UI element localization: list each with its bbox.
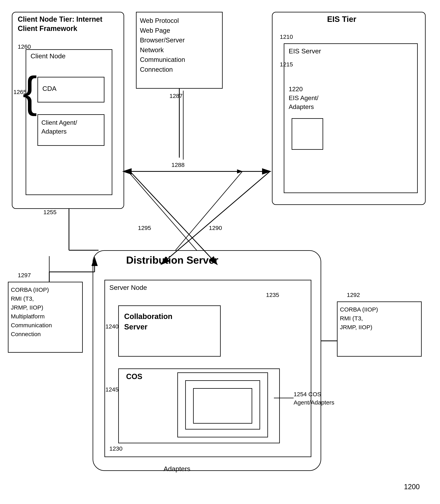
collaboration-server-label: CollaborationServer [124,311,172,332]
diagram-container: Client Node Tier: Internet Client Framew… [0,0,440,504]
eis-tier-label: EIS Tier [327,15,356,24]
ref-1210: 1210 [280,33,293,40]
web-protocol-label: Web ProtocolWeb PageBrowser/ServerNetwor… [140,16,185,74]
cda-label: CDA [42,85,56,92]
ref-1260: 1260 [18,43,31,50]
svg-line-5 [128,171,207,262]
brace-symbol: { [23,77,37,107]
corba-right-label: CORBA (IIOP)RMI (T3,JRMP, IIOP) [340,305,378,332]
ref-1230: 1230 [109,445,123,452]
cos-inner-box3 [193,388,252,424]
cos-agent-label: 1254 COSAgent/Adapters [294,390,334,407]
ref-1295: 1295 [138,225,151,231]
eis-agent-label: 1220EIS Agent/Adapters [289,85,318,111]
distribution-server-label: Distribution Server [126,254,218,266]
corba-left-label: CORBA (IIOP)RMI (T3,JRMP, IIOP)Multiplat… [11,285,52,339]
ref-1292: 1292 [347,292,360,298]
ref-1200: 1200 [404,483,420,491]
ref-1288: 1288 [171,162,185,168]
client-node-label: Client Node [30,52,66,60]
ref-1215: 1215 [280,61,293,68]
eis-server-label: EIS Server [289,47,321,55]
ref-1297: 1297 [18,272,31,279]
ref-1240: 1240 [105,323,119,330]
client-agent-label: Client Agent/Adapters [41,118,77,136]
ref-1245: 1245 [105,386,119,393]
client-tier-label: Client Node Tier: Internet Client Framew… [18,15,118,33]
cos-label: COS [126,372,142,381]
ref-1290: 1290 [209,225,222,231]
server-node-label: Server Node [109,284,147,291]
ref-1255: 1255 [43,209,56,216]
ref-1287: 1287 [169,93,183,99]
ref-1235: 1235 [266,292,279,298]
adapters-label: Adapters [164,465,190,473]
svg-line-6 [165,171,242,262]
eis-agent-box [292,118,323,150]
